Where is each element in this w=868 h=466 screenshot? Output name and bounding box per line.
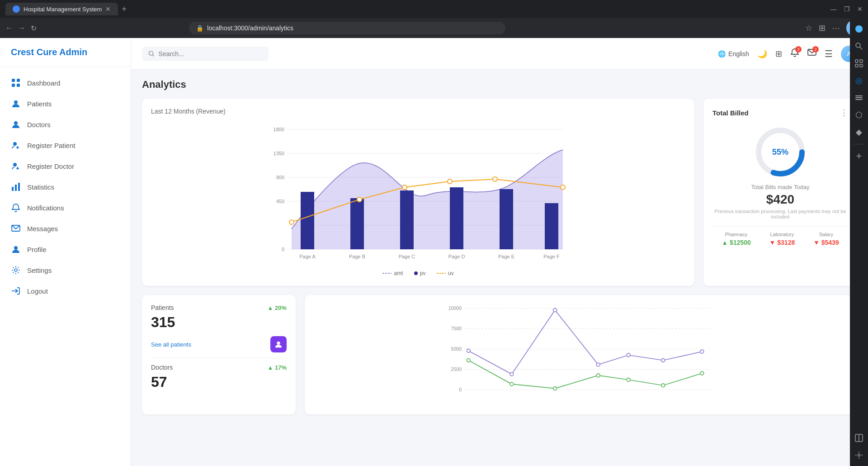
menu-icon[interactable]: ☰ (825, 48, 833, 59)
svg-point-43 (493, 177, 497, 181)
dashboard-label: Dashboard (27, 79, 60, 87)
favorites-icon[interactable]: ☆ (805, 23, 812, 33)
svg-point-76 (596, 374, 600, 377)
url-text: localhost:3000/admin/analytics (207, 24, 293, 32)
sidebar-item-notifications[interactable]: Notifications (0, 197, 131, 218)
back-button[interactable]: ← (5, 24, 13, 32)
svg-rect-34 (350, 198, 364, 249)
svg-rect-3 (17, 84, 20, 87)
svg-text:Page A: Page A (299, 254, 316, 259)
edge-search-icon[interactable] (852, 39, 866, 53)
billed-more-icon[interactable]: ⋮ (840, 108, 848, 118)
tab-close-btn[interactable]: ✕ (105, 5, 111, 13)
salary-value: ▼ $5439 (813, 239, 839, 246)
svg-point-39 (289, 220, 294, 224)
sidebar-item-doctors[interactable]: Doctors (0, 114, 131, 135)
svg-rect-88 (855, 97, 863, 98)
svg-text:450: 450 (276, 199, 284, 204)
profile-icon (11, 244, 21, 254)
edge-collections-icon[interactable] (852, 56, 866, 71)
svg-text:900: 900 (276, 175, 284, 180)
patients-count: 315 (151, 314, 287, 331)
sidebar-item-settings[interactable]: Settings (0, 260, 131, 281)
edge-outlook-icon[interactable]: ◎ (852, 73, 866, 88)
register-doctor-label: Register Doctor (27, 162, 74, 170)
search-input[interactable] (159, 50, 262, 57)
new-tab-button[interactable]: + (122, 5, 127, 14)
svg-rect-38 (545, 203, 558, 249)
bills-today-label: Total Bills made Today (712, 184, 848, 190)
down-arrow-icon-2: ▼ (813, 239, 820, 246)
messages-header-icon[interactable]: 2 (807, 48, 816, 59)
revenue-chart-title: Last 12 Months (Revenue) (151, 108, 685, 115)
address-bar[interactable]: 🔒 localhost:3000/admin/analytics (189, 22, 505, 34)
bottom-row: Patients ▲ 20% 315 See all patients (142, 295, 857, 414)
edge-add-icon[interactable]: + (852, 149, 866, 163)
forward-button[interactable]: → (18, 24, 25, 32)
svg-point-9 (13, 163, 17, 166)
svg-rect-1 (17, 79, 20, 82)
refresh-button[interactable]: ↻ (31, 24, 37, 33)
bills-stats: Pharmacy ▲ $12500 Laboratory ▼ $3128 (712, 226, 848, 246)
svg-point-6 (13, 142, 17, 146)
sidebar-item-patients[interactable]: Patients (0, 93, 131, 114)
pharmacy-value: ▲ $12500 (722, 239, 750, 246)
search-box[interactable] (142, 47, 269, 61)
patients-icon-btn[interactable] (270, 336, 287, 352)
minimize-btn[interactable]: — (830, 5, 837, 13)
sidebar-item-logout[interactable]: Logout (0, 281, 131, 301)
svg-point-70 (627, 353, 630, 357)
theme-toggle-icon[interactable]: 🌙 (757, 49, 767, 59)
svg-point-40 (357, 197, 362, 202)
sidebar-item-statistics[interactable]: Statistics (0, 176, 131, 197)
edge-settings-icon[interactable] (852, 448, 866, 462)
pharmacy-label: Pharmacy (722, 232, 750, 237)
up-arrow-icon: ▲ (722, 239, 728, 246)
svg-point-69 (596, 363, 600, 366)
tab-favicon (13, 5, 20, 13)
more-menu-icon[interactable]: ⋯ (832, 23, 840, 33)
see-all-patients-link[interactable]: See all patients (151, 341, 191, 348)
svg-rect-33 (301, 192, 314, 249)
register-patient-label: Register Patient (27, 142, 75, 149)
sidebar-item-register-doctor[interactable]: Register Doctor (0, 156, 131, 176)
search-icon (148, 50, 155, 57)
svg-rect-86 (860, 64, 863, 67)
collections-icon[interactable]: ⊞ (819, 23, 826, 33)
tab-title: Hospital Management System (24, 6, 102, 13)
legend-uv-label: uv (448, 270, 454, 276)
salary-stat: Salary ▼ $5439 (813, 232, 839, 246)
maximize-btn[interactable]: ❐ (844, 5, 850, 13)
close-btn[interactable]: ✕ (857, 5, 863, 13)
patients-doctors-card: Patients ▲ 20% 315 See all patients (142, 295, 296, 414)
page-title: Analytics (142, 79, 857, 90)
notifications-header-icon[interactable]: 3 (790, 48, 799, 59)
apps-icon[interactable]: ⊞ (775, 49, 782, 59)
svg-rect-84 (860, 60, 863, 62)
sidebar-item-dashboard[interactable]: Dashboard (0, 72, 131, 93)
svg-point-92 (858, 454, 860, 456)
svg-point-72 (700, 350, 704, 353)
sidebar-item-messages[interactable]: Messages (0, 218, 131, 239)
svg-line-20 (153, 55, 154, 56)
svg-rect-13 (15, 185, 17, 191)
edge-app1-icon[interactable]: ⬡ (852, 108, 866, 122)
address-bar-row: ← → ↻ 🔒 localhost:3000/admin/analytics ☆… (0, 18, 868, 38)
svg-point-73 (467, 359, 470, 362)
logout-label: Logout (27, 287, 48, 295)
sidebar-item-register-patient[interactable]: Register Patient (0, 135, 131, 156)
svg-rect-0 (12, 79, 15, 82)
edge-tools-icon[interactable] (852, 90, 866, 105)
sidebar-item-profile[interactable]: Profile (0, 239, 131, 260)
app-header: 🌐 English 🌙 ⊞ 3 2 ☰ A (131, 38, 868, 70)
edge-app2-icon[interactable]: ◆ (852, 125, 866, 139)
browser-tab[interactable]: Hospital Management System ✕ (5, 3, 118, 15)
chart-legend: amt pv uv (151, 269, 685, 277)
edge-split-icon[interactable] (852, 431, 866, 445)
svg-rect-87 (855, 95, 863, 96)
language-selector[interactable]: 🌐 English (718, 50, 749, 57)
svg-point-17 (14, 269, 17, 271)
line-chart-svg: 10000 7500 5000 2500 0 (314, 304, 848, 404)
svg-text:2500: 2500 (451, 366, 462, 372)
bills-note: Previous transaction processing. Last pa… (712, 209, 848, 219)
